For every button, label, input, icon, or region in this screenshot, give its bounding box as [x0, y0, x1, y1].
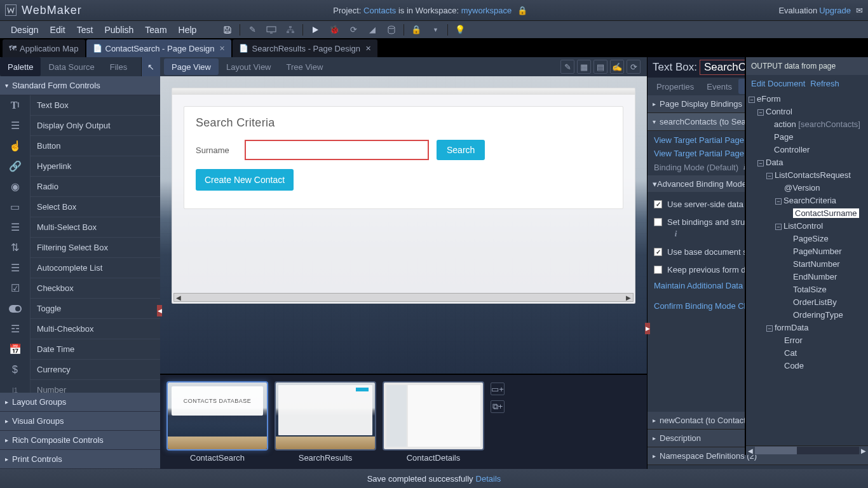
tab-searchresults[interactable]: 📄SearchResults - Page Design✕	[233, 39, 377, 57]
project-name-link[interactable]: Contacts	[363, 6, 396, 15]
bulb-icon[interactable]: 💡	[453, 23, 467, 37]
add-page-icon[interactable]: ▭+	[491, 383, 505, 395]
control-hyperlink[interactable]: 🔗Hyperlink	[0, 156, 160, 177]
control-display-only[interactable]: ☰Display Only Output	[0, 116, 160, 136]
menu-team[interactable]: Team	[139, 25, 172, 35]
cursor-icon[interactable]: ↖	[141, 57, 160, 76]
thumbnail-contactdetails[interactable]: ContactDetails	[383, 381, 484, 463]
project-info: Project: Contacts is in Workspace: mywor…	[82, 6, 779, 15]
status-details-link[interactable]: Details	[476, 474, 501, 484]
view-layout[interactable]: Layout View	[219, 58, 279, 75]
tree-collapse-icon[interactable]: −	[757, 160, 764, 166]
svg-rect-2	[287, 31, 289, 33]
palette-tab[interactable]: Palette	[0, 57, 41, 76]
group-rich[interactable]: ▸Rich Composite Controls	[0, 431, 160, 450]
design-mode-icon[interactable]: ✎	[560, 60, 574, 74]
mail-icon[interactable]: ✉	[856, 6, 863, 15]
autocomplete-icon: ☰	[0, 258, 31, 278]
toggle-icon	[0, 299, 31, 319]
link-maintain-data[interactable]: Maintain Additional Data	[654, 281, 743, 290]
tab-events[interactable]: Events	[700, 79, 738, 94]
control-multi-select[interactable]: ☰Multi-Select Box	[0, 217, 160, 238]
tree-collapse-icon[interactable]: −	[766, 325, 773, 332]
control-number[interactable]: |1Number	[0, 380, 160, 393]
horizontal-scrollbar[interactable]: ◀▶	[173, 293, 634, 302]
menu-edit[interactable]: Edit	[44, 25, 71, 35]
tree-collapse-icon[interactable]: −	[775, 198, 782, 205]
duplicate-page-icon[interactable]: ⧉+	[491, 400, 505, 413]
edit-document-link[interactable]: Edit Document	[751, 79, 805, 88]
checkbox-set-bindings[interactable]	[654, 218, 662, 226]
control-currency[interactable]: $Currency	[0, 360, 160, 380]
checkbox-base-doc[interactable]	[654, 248, 662, 256]
group-standard-controls[interactable]: ▾Standard Form Controls	[0, 76, 160, 95]
group-print[interactable]: ▸Print Controls	[0, 450, 160, 469]
menu-test[interactable]: Test	[71, 25, 99, 35]
close-icon[interactable]: ✕	[219, 44, 225, 53]
info-icon[interactable]: i	[675, 229, 677, 238]
upgrade-link[interactable]: Upgrade	[819, 6, 851, 15]
control-radio[interactable]: ◉Radio	[0, 177, 160, 197]
workspace-name-link[interactable]: myworkspace	[461, 6, 512, 15]
close-icon[interactable]: ✕	[365, 44, 371, 53]
control-multi-checkbox[interactable]: ☲Multi-Checkbox	[0, 319, 160, 339]
files-tab[interactable]: Files	[102, 57, 135, 76]
refresh-tree-link[interactable]: Refresh	[810, 79, 839, 88]
tree-collapse-icon[interactable]: −	[775, 224, 782, 230]
tree-collapse-icon[interactable]: −	[757, 109, 764, 116]
control-filtering-select[interactable]: ⇅Filtering Select Box	[0, 238, 160, 258]
bug-icon[interactable]: 🐞	[327, 23, 341, 37]
chevron-right-icon: ▸	[653, 452, 656, 459]
checkbox-keep-form[interactable]	[654, 266, 662, 274]
layout1-icon[interactable]: ▦	[577, 60, 591, 74]
tab-contactsearch[interactable]: 📄ContactSearch - Page Design✕	[86, 39, 232, 57]
tree-collapse-icon[interactable]: −	[749, 97, 755, 103]
collapse-right-handle[interactable]: ▶	[645, 323, 650, 334]
tree-node-contact-surname[interactable]: ContactSurname	[793, 208, 859, 218]
control-checkbox[interactable]: ☑Checkbox	[0, 278, 160, 299]
design-canvas[interactable]: Search Criteria Surname Search Create Ne…	[160, 76, 647, 374]
create-contact-button[interactable]: Create New Contact	[196, 169, 294, 191]
hand-icon: ☝	[0, 136, 31, 156]
play-icon[interactable]	[308, 23, 322, 37]
database-icon[interactable]	[384, 23, 398, 37]
search-button[interactable]: Search	[437, 140, 485, 160]
menu-help[interactable]: Help	[173, 25, 203, 35]
search-criteria-group: Search Criteria Surname Search Create Ne…	[184, 106, 623, 209]
brush-icon[interactable]: ✍	[610, 60, 624, 74]
menu-design[interactable]: Design	[5, 25, 44, 35]
control-autocomplete[interactable]: ☰Autocomplete List	[0, 258, 160, 278]
svg-rect-1	[289, 26, 292, 28]
control-toggle[interactable]: Toggle	[0, 299, 160, 319]
datasource-tab[interactable]: Data Source	[41, 57, 102, 76]
menu-publish[interactable]: Publish	[98, 25, 139, 35]
thumbnail-searchresults[interactable]: SearchResults	[275, 381, 376, 463]
view-page[interactable]: Page View	[164, 58, 219, 75]
chevron-down-icon[interactable]: ▼	[428, 23, 442, 37]
collapse-left-handle[interactable]: ◀	[157, 305, 162, 316]
edit-icon[interactable]: ✎	[245, 23, 259, 37]
chevron-right-icon: ▸	[5, 456, 8, 463]
layout2-icon[interactable]: ▤	[593, 60, 607, 74]
tree-horizontal-scrollbar[interactable]: ◀▶	[746, 445, 868, 455]
thumbnail-contactsearch[interactable]: CONTACTS DATABASE ContactSearch	[166, 381, 268, 463]
group-layout[interactable]: ▸Layout Groups	[0, 393, 160, 412]
control-date-time[interactable]: 📅Date Time	[0, 339, 160, 360]
tab-properties[interactable]: Properties	[650, 79, 700, 94]
monitor-icon[interactable]	[264, 23, 278, 37]
refresh-icon[interactable]: ⟳	[346, 23, 360, 37]
control-select-box[interactable]: ▭Select Box	[0, 197, 160, 217]
control-button[interactable]: ☝Button	[0, 136, 160, 156]
control-text-box[interactable]: TIText Box	[0, 95, 160, 116]
lock-toolbar-icon[interactable]: 🔒	[409, 23, 423, 37]
save-icon[interactable]	[220, 23, 234, 37]
group-visual[interactable]: ▸Visual Groups	[0, 412, 160, 431]
checkbox-server-side[interactable]	[654, 200, 662, 208]
refresh-view-icon[interactable]: ⟳	[627, 60, 641, 74]
view-tree[interactable]: Tree View	[279, 58, 331, 75]
eraser-icon[interactable]: ◢	[365, 23, 379, 37]
tab-application-map[interactable]: 🗺Application Map	[3, 39, 85, 57]
tree-collapse-icon[interactable]: −	[766, 173, 773, 179]
surname-input[interactable]	[245, 140, 429, 160]
sitemap-icon[interactable]	[283, 23, 297, 37]
